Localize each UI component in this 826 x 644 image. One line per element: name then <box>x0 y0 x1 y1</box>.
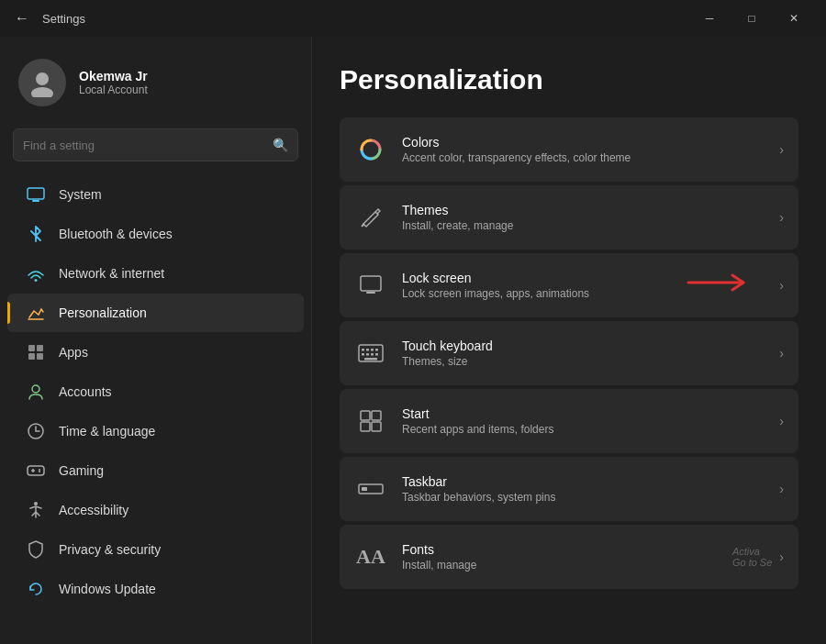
colors-icon <box>354 133 387 166</box>
privacy-icon <box>26 539 46 560</box>
sidebar-item-update[interactable]: Windows Update <box>7 570 304 608</box>
colors-chevron: › <box>779 142 784 157</box>
close-button[interactable]: ✕ <box>773 4 815 33</box>
colors-text: Colors Accent color, transparency effect… <box>402 135 765 164</box>
svg-rect-8 <box>37 353 43 360</box>
svg-point-0 <box>36 72 49 85</box>
setting-touchkeyboard[interactable]: Touch keyboard Themes, size › <box>340 321 798 385</box>
page-title: Personalization <box>340 64 798 95</box>
svg-rect-22 <box>366 349 369 351</box>
svg-rect-32 <box>361 422 370 431</box>
network-icon <box>26 263 46 283</box>
accessibility-label: Accessibility <box>59 503 128 517</box>
bluetooth-icon <box>26 224 46 244</box>
update-icon <box>26 579 46 599</box>
maximize-button[interactable]: □ <box>731 4 773 33</box>
activate-watermark: ActivaGo to Se <box>732 546 772 568</box>
taskbar-icon <box>354 472 387 505</box>
app-title: Settings <box>42 12 85 26</box>
sidebar-item-privacy[interactable]: Privacy & security <box>7 530 304 569</box>
svg-rect-29 <box>364 358 377 361</box>
setting-lockscreen[interactable]: Lock screen Lock screen images, apps, an… <box>340 253 798 317</box>
sidebar-item-network[interactable]: Network & internet <box>7 254 304 293</box>
themes-text: Themes Install, create, manage <box>402 203 765 232</box>
svg-rect-6 <box>37 345 43 351</box>
svg-rect-19 <box>366 292 375 294</box>
gaming-icon <box>26 461 46 481</box>
network-label: Network & internet <box>59 266 164 281</box>
start-text: Start Recent apps and items, folders <box>402 406 765 436</box>
sidebar-item-apps[interactable]: Apps <box>7 333 304 372</box>
sidebar-item-system[interactable]: System <box>7 175 304 214</box>
touchkeyboard-title: Touch keyboard <box>402 339 765 353</box>
sidebar-item-accessibility[interactable]: Accessibility <box>7 491 304 529</box>
title-bar-left: ← Settings <box>11 6 85 30</box>
svg-rect-18 <box>361 276 381 291</box>
setting-taskbar[interactable]: Taskbar Taskbar behaviors, system pins › <box>340 457 798 521</box>
svg-rect-24 <box>375 349 378 351</box>
setting-themes[interactable]: Themes Install, create, manage › <box>340 185 798 250</box>
main-layout: Okemwa Jr Local Account 🔍 System <box>0 37 826 644</box>
svg-rect-25 <box>362 353 364 356</box>
themes-title: Themes <box>402 203 765 217</box>
system-label: System <box>59 187 102 202</box>
svg-rect-27 <box>371 353 374 356</box>
personalization-label: Personalization <box>59 305 147 320</box>
active-indicator <box>7 302 10 324</box>
window-controls: ─ □ ✕ <box>688 4 815 33</box>
lockscreen-chevron: › <box>779 278 784 293</box>
content-area: Personalization Colors Accent color, tra… <box>312 37 826 644</box>
sidebar-item-time[interactable]: Time & language <box>7 412 304 450</box>
touchkeyboard-chevron: › <box>779 346 784 361</box>
fonts-title: Fonts <box>402 542 718 557</box>
themes-chevron: › <box>779 210 784 225</box>
accessibility-icon <box>26 500 46 520</box>
svg-rect-2 <box>28 188 44 199</box>
svg-rect-31 <box>372 411 381 420</box>
time-icon <box>26 421 46 441</box>
taskbar-subtitle: Taskbar behaviors, system pins <box>402 491 765 504</box>
start-subtitle: Recent apps and items, folders <box>402 423 765 436</box>
touchkeyboard-text: Touch keyboard Themes, size <box>402 339 765 368</box>
svg-rect-28 <box>375 353 378 356</box>
sidebar-item-gaming[interactable]: Gaming <box>7 451 304 490</box>
colors-title: Colors <box>402 135 765 150</box>
search-box[interactable]: 🔍 <box>13 128 298 161</box>
start-title: Start <box>402 406 765 421</box>
apps-label: Apps <box>59 345 88 360</box>
setting-colors[interactable]: Colors Accent color, transparency effect… <box>340 117 798 182</box>
sidebar: Okemwa Jr Local Account 🔍 System <box>0 37 312 644</box>
lockscreen-text: Lock screen Lock screen images, apps, an… <box>402 271 765 300</box>
fonts-subtitle: Install, manage <box>402 559 718 572</box>
apps-icon <box>26 342 46 362</box>
nav-list: System Bluetooth & devices <box>0 174 311 609</box>
minimize-button[interactable]: ─ <box>688 4 731 33</box>
update-label: Windows Update <box>59 582 156 596</box>
taskbar-chevron: › <box>779 482 784 496</box>
svg-rect-21 <box>362 349 364 351</box>
start-chevron: › <box>779 414 784 428</box>
svg-rect-33 <box>372 422 381 431</box>
fonts-chevron: › <box>779 550 784 564</box>
setting-fonts[interactable]: AA Fonts Install, manage ActivaGo to Se … <box>340 525 798 589</box>
themes-icon <box>354 201 387 234</box>
back-button[interactable]: ← <box>11 6 33 30</box>
svg-point-14 <box>39 469 40 471</box>
user-profile[interactable]: Okemwa Jr Local Account <box>0 44 311 125</box>
search-input[interactable] <box>23 139 265 152</box>
setting-start[interactable]: Start Recent apps and items, folders › <box>340 389 798 453</box>
accounts-label: Accounts <box>59 384 112 399</box>
sidebar-item-accounts[interactable]: Accounts <box>7 372 304 411</box>
gaming-label: Gaming <box>59 463 104 478</box>
taskbar-title: Taskbar <box>402 474 765 489</box>
svg-point-16 <box>34 502 38 505</box>
svg-point-1 <box>31 87 53 97</box>
settings-list: Colors Accent color, transparency effect… <box>340 117 798 589</box>
sidebar-item-bluetooth[interactable]: Bluetooth & devices <box>7 215 304 253</box>
user-type: Local Account <box>79 83 148 96</box>
sidebar-item-personalization[interactable]: Personalization <box>7 294 304 332</box>
personalization-icon <box>26 303 46 323</box>
themes-subtitle: Install, create, manage <box>402 219 765 232</box>
svg-point-15 <box>39 471 40 472</box>
fonts-text: Fonts Install, manage <box>402 542 718 572</box>
